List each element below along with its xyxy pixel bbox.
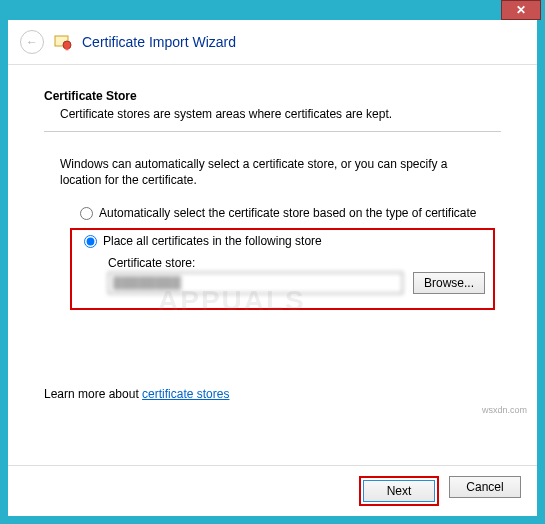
back-button[interactable]: ← bbox=[20, 30, 44, 54]
section-description: Certificate stores are system areas wher… bbox=[60, 107, 501, 121]
instruction-text: Windows can automatically select a certi… bbox=[60, 156, 485, 188]
browse-button[interactable]: Browse... bbox=[413, 272, 485, 294]
credit-text: wsxdn.com bbox=[482, 405, 527, 415]
learn-more-prefix: Learn more about bbox=[44, 387, 142, 401]
wizard-title: Certificate Import Wizard bbox=[82, 34, 236, 50]
wizard-header: ← Certificate Import Wizard bbox=[8, 20, 537, 65]
radio-place-all[interactable]: Place all certificates in the following … bbox=[84, 234, 485, 248]
back-arrow-icon: ← bbox=[26, 35, 38, 49]
section-title: Certificate Store bbox=[44, 89, 501, 103]
wizard-content: Certificate Store Certificate stores are… bbox=[8, 65, 537, 465]
wizard-footer: Next Cancel bbox=[8, 465, 537, 516]
highlighted-section: Place all certificates in the following … bbox=[70, 228, 495, 310]
radio-place-label: Place all certificates in the following … bbox=[103, 234, 322, 248]
certificate-store-input[interactable] bbox=[108, 272, 403, 294]
certificate-store-label: Certificate store: bbox=[108, 256, 485, 270]
certificate-store-row: Browse... bbox=[108, 272, 485, 294]
learn-more: Learn more about certificate stores bbox=[44, 387, 229, 401]
radio-place-input[interactable] bbox=[84, 235, 97, 248]
divider bbox=[44, 131, 501, 132]
svg-point-1 bbox=[63, 41, 71, 49]
close-icon: ✕ bbox=[516, 3, 526, 17]
next-button[interactable]: Next bbox=[363, 480, 435, 502]
radio-auto-input[interactable] bbox=[80, 207, 93, 220]
close-button[interactable]: ✕ bbox=[501, 0, 541, 20]
certificate-icon bbox=[54, 33, 72, 51]
next-highlight: Next bbox=[359, 476, 439, 506]
learn-more-link[interactable]: certificate stores bbox=[142, 387, 229, 401]
radio-auto-select[interactable]: Automatically select the certificate sto… bbox=[80, 206, 501, 220]
cancel-button[interactable]: Cancel bbox=[449, 476, 521, 498]
wizard-window: ← Certificate Import Wizard Certificate … bbox=[8, 20, 537, 516]
radio-auto-label: Automatically select the certificate sto… bbox=[99, 206, 477, 220]
titlebar: ✕ bbox=[4, 0, 541, 20]
